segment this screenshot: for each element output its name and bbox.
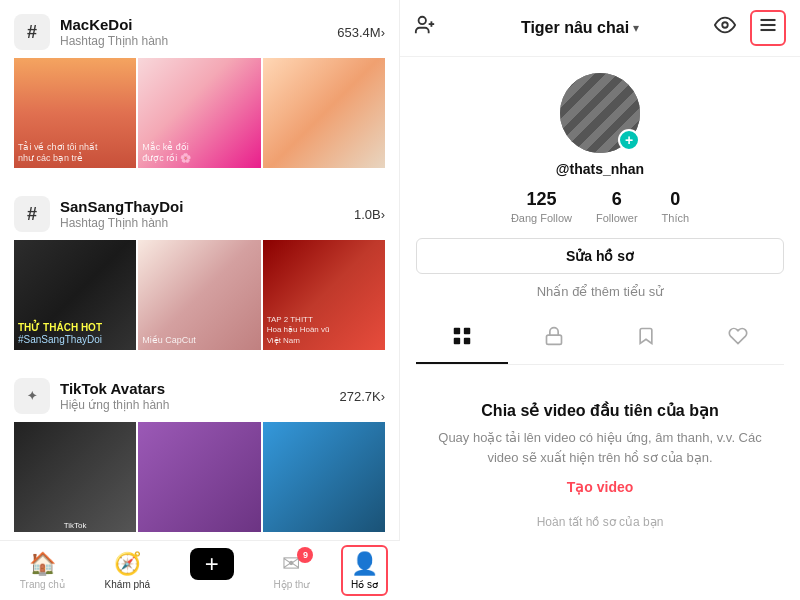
- image-overlay-2: THỬ THÁCH HOT #SanSangThayDoi: [18, 322, 132, 346]
- grid-icon: [451, 325, 473, 352]
- chevron-down-icon: ▾: [633, 21, 639, 35]
- svg-rect-9: [454, 338, 460, 344]
- left-panel: # MacKeDoi Hashtag Thịnh hành 653.4M› Tả…: [0, 0, 400, 600]
- avatar-container: +: [416, 73, 784, 153]
- nav-label-inbox: Hộp thư: [274, 579, 310, 590]
- hashtag-header-2[interactable]: # SanSangThayDoi Hashtag Thịnh hành 1.0B…: [14, 196, 385, 232]
- eye-icon[interactable]: [714, 14, 736, 42]
- tiktok-avatar-icon: ✦: [14, 378, 50, 414]
- hashtag-section-mackedo: # MacKeDoi Hashtag Thịnh hành 653.4M› Tả…: [0, 0, 399, 168]
- following-count: 125: [526, 189, 556, 210]
- nav-item-profile[interactable]: 👤 Hồ sơ: [341, 545, 388, 596]
- hamburger-icon: [758, 15, 778, 41]
- explore-icon: 🧭: [114, 551, 141, 577]
- empty-title: Chia sẻ video đầu tiên của bạn: [432, 401, 768, 420]
- tab-grid[interactable]: [416, 315, 508, 364]
- edit-profile-button[interactable]: Sửa hồ sơ: [416, 238, 784, 274]
- nav-label-home: Trang chủ: [20, 579, 65, 590]
- heart-icon: [728, 326, 748, 351]
- lock-icon: [544, 326, 564, 351]
- hashtag-section-tiktok: ✦ TikTok Avatars Hiệu ứng thịnh hành 272…: [0, 364, 399, 532]
- image-grid-3: TikTok: [14, 422, 385, 532]
- hashtag-subtitle: Hashtag Thịnh hành: [60, 34, 337, 48]
- stats-row: 125 Đang Follow 6 Follower 0 Thích: [416, 189, 784, 224]
- svg-rect-11: [547, 335, 562, 344]
- likes-count: 0: [670, 189, 680, 210]
- image-overlay: Tải về chơi tôi nhấtnhư các bạn trẻ: [18, 142, 132, 164]
- profile-tabs: [416, 315, 784, 365]
- nav-item-home[interactable]: 🏠 Trang chủ: [12, 547, 73, 594]
- nav-item-inbox[interactable]: ✉ 9 Hộp thư: [266, 547, 318, 594]
- image-cell[interactable]: Miều CapCut: [138, 240, 260, 350]
- hashtag-count-3: 272.7K›: [339, 389, 385, 404]
- header-title: Tiger nâu chai: [521, 19, 629, 37]
- svg-rect-8: [464, 328, 470, 334]
- hashtag-header[interactable]: # MacKeDoi Hashtag Thịnh hành 653.4M›: [14, 14, 385, 50]
- complete-profile-hint: Hoàn tất hồ sơ của bạn: [416, 515, 784, 539]
- stat-likes: 0 Thích: [662, 189, 690, 224]
- image-overlay: TAP 2 THITTHoa hậu Hoàn vũViệt Nam: [267, 314, 381, 346]
- header-left: [414, 14, 446, 42]
- nav-label-explore: Khám phá: [105, 579, 151, 590]
- image-grid-2: THỬ THÁCH HOT #SanSangThayDoi Miều CapCu…: [14, 240, 385, 350]
- svg-rect-10: [464, 338, 470, 344]
- left-content: # MacKeDoi Hashtag Thịnh hành 653.4M› Tả…: [0, 0, 399, 600]
- hashtag-header-3[interactable]: ✦ TikTok Avatars Hiệu ứng thịnh hành 272…: [14, 378, 385, 414]
- nav-label-profile: Hồ sơ: [351, 579, 378, 590]
- stat-follower: 6 Follower: [596, 189, 638, 224]
- right-panel: Tiger nâu chai ▾: [400, 0, 800, 600]
- image-cell[interactable]: [263, 422, 385, 532]
- svg-point-3: [722, 22, 728, 28]
- plus-icon: +: [205, 550, 219, 578]
- username: @thats_nhan: [416, 161, 784, 177]
- hashtag-section-sansang: # SanSangThayDoi Hashtag Thịnh hành 1.0B…: [0, 182, 399, 350]
- add-user-icon[interactable]: [414, 14, 436, 42]
- nav-item-explore[interactable]: 🧭 Khám phá: [97, 547, 159, 594]
- hashtag-icon: #: [14, 14, 50, 50]
- svg-point-0: [419, 17, 426, 24]
- tab-private[interactable]: [508, 315, 600, 364]
- hashtag-subtitle-3: Hiệu ứng thịnh hành: [60, 398, 339, 412]
- hashtag-info: MacKeDoi Hashtag Thịnh hành: [60, 16, 337, 48]
- hashtag-subtitle-2: Hashtag Thịnh hành: [60, 216, 354, 230]
- hashtag-info-2: SanSangThayDoi Hashtag Thịnh hành: [60, 198, 354, 230]
- profile-icon: 👤: [351, 551, 378, 577]
- hashtag-title-3: TikTok Avatars: [60, 380, 339, 397]
- profile-section: + @thats_nhan 125 Đang Follow 6 Follower…: [400, 57, 800, 600]
- likes-label: Thích: [662, 212, 690, 224]
- bio-hint[interactable]: Nhấn để thêm tiểu sử: [416, 284, 784, 299]
- bottom-nav: 🏠 Trang chủ 🧭 Khám phá + ✉ 9 Hộp thư 👤 H…: [0, 540, 400, 600]
- bookmark-icon: [636, 326, 656, 351]
- image-cell[interactable]: TikTok: [14, 422, 136, 532]
- menu-button[interactable]: [750, 10, 786, 46]
- empty-desc: Quay hoặc tải lên video có hiệu ứng, âm …: [432, 428, 768, 467]
- inbox-badge: 9: [297, 547, 313, 563]
- image-cell[interactable]: Mắc kẻ đốiđược rồi 🌸: [138, 58, 260, 168]
- following-label: Đang Follow: [511, 212, 572, 224]
- home-icon: 🏠: [29, 551, 56, 577]
- image-cell[interactable]: Tải về chơi tôi nhấtnhư các bạn trẻ: [14, 58, 136, 168]
- header-right: [714, 10, 786, 46]
- hashtag-info-3: TikTok Avatars Hiệu ứng thịnh hành: [60, 380, 339, 412]
- image-grid-1: Tải về chơi tôi nhấtnhư các bạn trẻ Mắc …: [14, 58, 385, 168]
- hashtag-title: MacKeDoi: [60, 16, 337, 33]
- hashtag-title-2: SanSangThayDoi: [60, 198, 354, 215]
- plus-button[interactable]: +: [190, 548, 234, 580]
- hashtag-count: 653.4M›: [337, 25, 385, 40]
- create-video-button[interactable]: Tạo video: [432, 479, 768, 495]
- hashtag-count-2: 1.0B›: [354, 207, 385, 222]
- follower-label: Follower: [596, 212, 638, 224]
- image-cell[interactable]: [263, 58, 385, 168]
- image-cell[interactable]: TAP 2 THITTHoa hậu Hoàn vũViệt Nam: [263, 240, 385, 350]
- header-title-group[interactable]: Tiger nâu chai ▾: [521, 19, 639, 37]
- image-cell[interactable]: THỬ THÁCH HOT #SanSangThayDoi: [14, 240, 136, 350]
- nav-item-plus[interactable]: +: [182, 544, 242, 598]
- avatar-plus-button[interactable]: +: [618, 129, 640, 151]
- image-cell[interactable]: [138, 422, 260, 532]
- empty-state: Chia sẻ video đầu tiên của bạn Quay hoặc…: [416, 381, 784, 515]
- tab-liked[interactable]: [692, 315, 784, 364]
- svg-rect-7: [454, 328, 460, 334]
- follower-count: 6: [612, 189, 622, 210]
- image-overlay: Mắc kẻ đốiđược rồi 🌸: [142, 142, 256, 164]
- tab-saved[interactable]: [600, 315, 692, 364]
